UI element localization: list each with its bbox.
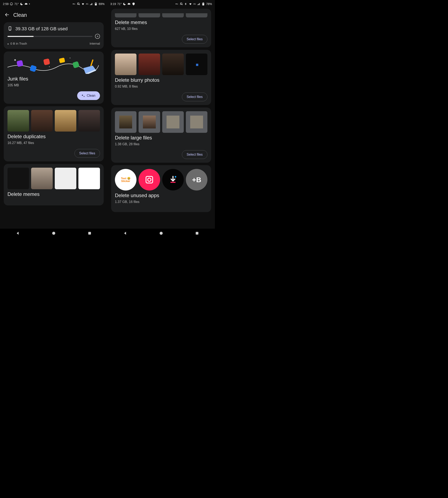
battery-icon: [94, 2, 97, 6]
app-icon[interactable]: +B: [186, 169, 208, 190]
nav-recent-icon[interactable]: [87, 231, 92, 236]
svg-point-25: [175, 176, 176, 178]
app-header: Clean: [0, 8, 107, 22]
status-time: 3:19: [110, 2, 116, 6]
whatsapp-icon: [10, 2, 13, 6]
memes-card-teaser: Delete memes: [4, 164, 104, 205]
moon-icon: [20, 2, 23, 6]
junk-files-card: ✦ • • Junk files 105 MB Clean: [4, 51, 104, 104]
arrow-circle-right-icon[interactable]: [95, 34, 100, 39]
bolt-icon: [184, 2, 188, 6]
unused-apps-sub: 1.37 GB, 16 files: [115, 200, 208, 204]
memes-title: Delete memes: [7, 191, 100, 197]
key-icon: [175, 2, 178, 6]
thumbnail[interactable]: [186, 111, 208, 133]
select-files-button[interactable]: Select files: [182, 35, 208, 44]
duplicates-card: Delete duplicates 16.27 MB, 47 files Sel…: [4, 106, 104, 161]
thumbnail[interactable]: [186, 13, 208, 17]
thumbnail[interactable]: [78, 110, 100, 132]
memes-card: Delete memes 627 kB, 10 files Select fil…: [111, 9, 211, 47]
junk-title: Junk files: [7, 76, 100, 82]
thumbnail[interactable]: [7, 110, 29, 132]
thumbnail[interactable]: [162, 53, 184, 75]
back-icon[interactable]: [5, 12, 10, 18]
storage-progress: [7, 36, 93, 37]
battery-icon: [202, 2, 205, 6]
svg-rect-24: [171, 182, 176, 183]
dustpan-icon: [81, 59, 98, 74]
status-battery: 78%: [206, 2, 212, 6]
thumbnail[interactable]: [55, 168, 76, 189]
mute-icon: [77, 2, 80, 6]
thumbnail[interactable]: [162, 13, 184, 17]
clean-button-label: Clean: [87, 94, 96, 98]
svg-rect-6: [95, 4, 96, 5]
svg-point-0: [10, 3, 13, 5]
thumbnail[interactable]: [139, 53, 160, 75]
thumbnail[interactable]: [55, 110, 76, 132]
thumbnail[interactable]: [78, 168, 100, 189]
status-battery: 69%: [99, 2, 105, 6]
thumbnail[interactable]: [31, 110, 53, 132]
device-icon: [7, 26, 13, 32]
nav-recent-icon[interactable]: [195, 231, 199, 236]
status-time: 2:59: [3, 2, 9, 6]
key-icon: [72, 2, 76, 6]
thumbnail[interactable]: [115, 13, 136, 17]
app-icon[interactable]: Text 😄Sticker: [115, 169, 136, 190]
app-icon[interactable]: [162, 169, 184, 190]
status-bar: 3:19 71° 4G 78%: [107, 0, 215, 8]
svg-rect-7: [96, 2, 96, 3]
storage-card[interactable]: 39.33 GB of 128 GB used 0 B in Trash Int…: [4, 22, 104, 49]
cloud-icon: [24, 2, 28, 6]
thumbnail[interactable]: [7, 168, 29, 189]
unused-apps-card: Text 😄Sticker +B Delete unused apps 1.37…: [111, 165, 211, 212]
svg-rect-21: [203, 2, 204, 3]
status-dot: [29, 3, 30, 4]
nav-home-icon[interactable]: [159, 231, 163, 236]
signal-icon: [90, 2, 93, 6]
system-navbar: [107, 229, 215, 239]
system-navbar: [0, 229, 107, 239]
nav-back-icon[interactable]: [123, 231, 128, 236]
phone-right: 3:19 71° 4G 78%: [107, 0, 215, 239]
wifi-icon: [189, 2, 192, 6]
thumbnail[interactable]: [186, 53, 208, 75]
clean-button[interactable]: Clean: [77, 91, 100, 100]
nav-home-icon[interactable]: [51, 231, 56, 236]
app-icon[interactable]: [139, 169, 160, 190]
thumbnail[interactable]: [115, 53, 136, 75]
thumbnail[interactable]: [162, 111, 184, 133]
status-network: 4G: [86, 3, 88, 5]
large-files-title: Delete large files: [115, 135, 208, 141]
svg-rect-22: [146, 176, 153, 183]
status-temperature: 71°: [117, 2, 122, 6]
signal-icon: [197, 2, 200, 6]
svg-point-26: [160, 232, 163, 235]
junk-illustration: ✦ • •: [7, 55, 100, 74]
svg-rect-27: [196, 232, 198, 235]
nav-back-icon[interactable]: [16, 231, 20, 236]
svg-rect-14: [88, 232, 91, 235]
thumbnail[interactable]: [139, 13, 160, 17]
status-bar: 2:59 71° 4G 69%: [0, 0, 107, 8]
junk-size: 105 MB: [7, 83, 100, 87]
status-network: 4G: [193, 3, 196, 5]
svg-point-13: [52, 232, 55, 235]
select-files-button[interactable]: Select files: [182, 93, 208, 101]
select-files-button[interactable]: Select files: [74, 149, 100, 158]
memes-title: Delete memes: [115, 19, 208, 25]
page-title: Clean: [13, 12, 27, 18]
thumbnail[interactable]: [115, 111, 136, 133]
thumbnail[interactable]: [31, 168, 53, 189]
storage-location: Internal: [90, 42, 100, 45]
cloud-icon: [127, 2, 131, 6]
blurry-title: Delete blurry photos: [115, 77, 208, 83]
svg-rect-3: [75, 4, 75, 4]
status-temperature: 71°: [14, 2, 19, 6]
thumbnail[interactable]: [139, 111, 160, 133]
unused-apps-title: Delete unused apps: [115, 193, 208, 198]
storage-used-text: 39.33 GB of 128 GB used: [15, 26, 68, 32]
select-files-button[interactable]: Select files: [182, 150, 208, 159]
svg-rect-12: [90, 59, 94, 66]
